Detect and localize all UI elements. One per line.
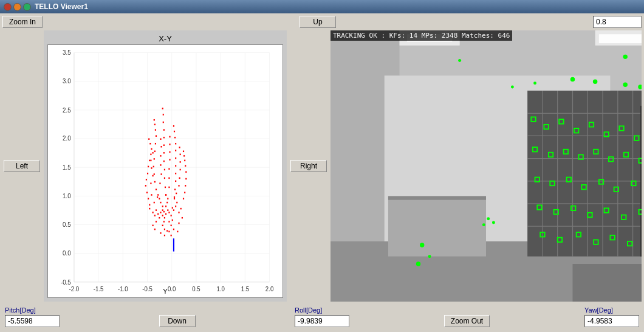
svg-rect-142 (168, 187, 170, 188)
zoom-out-button[interactable]: Zoom Out (444, 315, 490, 327)
svg-rect-195 (572, 264, 642, 302)
svg-rect-96 (154, 119, 155, 121)
svg-rect-58 (162, 225, 163, 227)
svg-rect-95 (154, 124, 156, 126)
svg-text:0.0: 0.0 (168, 285, 176, 292)
svg-rect-106 (163, 122, 164, 123)
svg-rect-61 (176, 202, 177, 204)
svg-rect-37 (163, 211, 165, 213)
svg-rect-164 (164, 235, 165, 237)
svg-rect-151 (180, 169, 181, 171)
svg-rect-163 (182, 217, 183, 219)
telemetry-section: Pitch[Deg] Down Roll[Deg] Zoom Out Yaw[D… (2, 304, 642, 330)
svg-rect-81 (150, 154, 151, 156)
svg-rect-50 (157, 213, 159, 215)
svg-point-199 (623, 82, 627, 86)
svg-rect-66 (156, 221, 157, 223)
svg-rect-160 (152, 225, 154, 227)
svg-point-205 (623, 55, 627, 59)
top-controls: Zoom In Up (2, 16, 642, 28)
svg-rect-177 (388, 196, 486, 257)
svg-rect-135 (152, 152, 154, 154)
svg-text:-1.5: -1.5 (94, 285, 104, 292)
svg-rect-80 (149, 160, 150, 162)
close-button[interactable] (4, 3, 12, 11)
svg-rect-48 (162, 206, 163, 207)
svg-rect-85 (157, 196, 158, 198)
svg-text:1.5: 1.5 (63, 163, 71, 171)
svg-rect-137 (160, 173, 162, 175)
svg-text:2.0: 2.0 (63, 134, 71, 142)
svg-rect-148 (169, 136, 170, 138)
svg-rect-49 (168, 221, 170, 223)
svg-rect-133 (151, 167, 152, 169)
svg-point-252 (487, 217, 490, 220)
svg-rect-92 (155, 143, 156, 145)
plot-svg: 3.5 3.0 2.5 2.0 1.5 1.0 0.5 0.0 -0.5 -2.… (48, 45, 283, 297)
svg-point-202 (533, 81, 536, 85)
maximize-button[interactable] (23, 3, 31, 11)
svg-rect-79 (148, 166, 149, 168)
svg-text:1.0: 1.0 (216, 285, 225, 292)
zoom-in-button[interactable]: Zoom In (2, 16, 43, 28)
left-nav: Left (2, 30, 41, 302)
svg-text:0.0: 0.0 (63, 249, 71, 257)
camera-view: TRACKING OK : KFs: 14 MPs: 2348 Matches:… (331, 30, 642, 302)
svg-rect-139 (160, 155, 161, 157)
svg-rect-131 (150, 182, 151, 184)
svg-text:1.5: 1.5 (241, 285, 250, 292)
svg-rect-130 (154, 202, 155, 204)
svg-rect-55 (163, 221, 165, 223)
svg-point-254 (482, 223, 485, 226)
svg-rect-44 (171, 215, 172, 216)
svg-rect-38 (165, 213, 166, 215)
tracking-info: TRACKING OK : KFs: 14 MPs: 2348 Matches:… (331, 30, 512, 41)
svg-rect-64 (164, 229, 165, 230)
svg-rect-145 (169, 159, 170, 161)
roll-value[interactable] (295, 315, 349, 327)
svg-point-203 (511, 85, 514, 88)
svg-rect-159 (173, 229, 174, 230)
svg-rect-99 (164, 178, 165, 179)
plot-container: X-Y (44, 30, 287, 302)
up-button[interactable]: Up (300, 16, 336, 28)
svg-rect-147 (169, 144, 170, 145)
svg-point-201 (570, 77, 575, 81)
svg-rect-123 (185, 178, 187, 180)
svg-rect-71 (152, 212, 154, 213)
minimize-button[interactable] (13, 3, 21, 11)
svg-rect-113 (175, 165, 176, 167)
svg-rect-111 (175, 181, 176, 182)
svg-rect-162 (149, 208, 150, 210)
svg-rect-150 (179, 178, 180, 179)
left-button[interactable]: Left (4, 160, 40, 172)
right-button[interactable]: Right (290, 160, 327, 172)
yaw-value[interactable] (584, 315, 639, 327)
svg-rect-90 (154, 158, 155, 160)
svg-rect-102 (163, 152, 165, 154)
svg-rect-155 (162, 209, 163, 211)
pitch-label: Pitch[Deg] (5, 306, 60, 314)
svg-rect-53 (156, 209, 157, 211)
plot-inner: 3.5 3.0 2.5 2.0 1.5 1.0 0.5 0.0 -0.5 -2.… (47, 44, 283, 298)
svg-rect-59 (171, 225, 172, 227)
pitch-value[interactable] (5, 315, 60, 327)
svg-rect-97 (165, 194, 166, 196)
window-controls[interactable] (4, 3, 31, 11)
down-button[interactable]: Down (159, 315, 196, 327)
right-nav: Right (289, 160, 328, 172)
main-area: Zoom In Up Left X-Y (0, 13, 644, 332)
svg-point-204 (458, 59, 461, 62)
svg-rect-86 (156, 188, 157, 190)
svg-rect-109 (174, 196, 175, 198)
svg-rect-194 (640, 106, 642, 257)
svg-rect-98 (165, 187, 166, 188)
svg-rect-119 (173, 125, 174, 127)
svg-text:1.0: 1.0 (63, 192, 71, 199)
svg-rect-167 (177, 231, 178, 233)
zoom-input[interactable] (593, 16, 642, 28)
yaw-item: Yaw[Deg] (584, 306, 639, 327)
svg-rect-63 (174, 198, 175, 200)
svg-rect-134 (150, 160, 151, 162)
svg-rect-152 (180, 161, 181, 163)
